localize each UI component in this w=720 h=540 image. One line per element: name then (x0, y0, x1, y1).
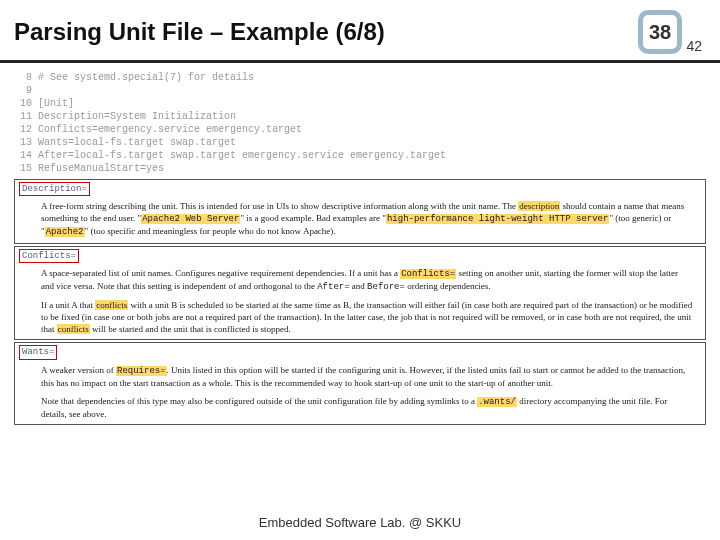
description-doc-block: Description= A free-form string describi… (14, 179, 706, 244)
wants-paragraph-2: Note that dependencies of this type may … (15, 393, 705, 424)
page-number-badge: 38 (638, 10, 682, 54)
unit-file-code: 8# See systemd.special(7) for details 9 … (14, 71, 706, 175)
conflicts-label: Conflicts= (19, 249, 79, 263)
slide-header: Parsing Unit File – Example (6/8) 38 (0, 0, 720, 63)
footer-text: Embedded Software Lab. @ SKKU (0, 515, 720, 530)
conflicts-paragraph-2: If a unit A that conflicts with a unit B… (15, 297, 705, 339)
wants-label: Wants= (19, 345, 57, 359)
conflicts-doc-block: Conflicts= A space-separated list of uni… (14, 246, 706, 341)
conflicts-paragraph-1: A space-separated list of unit names. Co… (15, 265, 705, 297)
description-paragraph: A free-form string describing the unit. … (15, 198, 705, 242)
page-title: Parsing Unit File – Example (6/8) (14, 18, 385, 46)
description-label: Description= (19, 182, 90, 196)
subpage-number: 42 (686, 38, 702, 54)
wants-doc-block: Wants= A weaker version of Requires=. Un… (14, 342, 706, 425)
wants-paragraph-1: A weaker version of Requires=. Units lis… (15, 362, 705, 393)
